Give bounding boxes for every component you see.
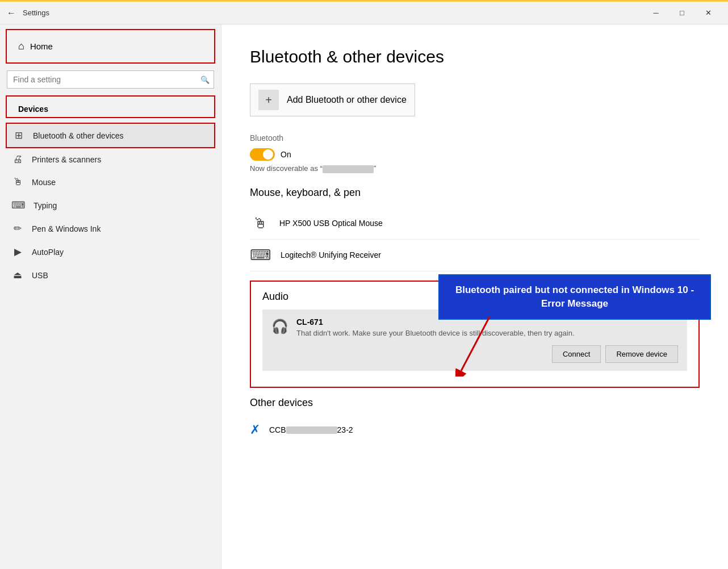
maximize-button[interactable]: □ — [669, 2, 695, 24]
sidebar-item-printers[interactable]: 🖨 Printers & scanners — [0, 148, 221, 171]
titlebar: ← Settings ─ □ ✕ — [0, 2, 728, 24]
remove-device-button[interactable]: Remove device — [605, 345, 678, 363]
mouse-label: Mouse — [32, 178, 56, 187]
bluetooth-toggle[interactable] — [250, 148, 275, 161]
mouse-device-icon: 🖱 — [250, 215, 270, 232]
window-controls: ─ □ ✕ — [643, 2, 721, 24]
other-device-item: ✗ CCB 23-2 — [250, 416, 700, 444]
sidebar-item-autoplay[interactable]: ▶ AutoPlay — [0, 240, 221, 263]
toggle-label: On — [281, 150, 291, 159]
printers-label: Printers & scanners — [32, 155, 101, 164]
receiver-device-icon: ⌨ — [250, 246, 271, 264]
typing-label: Typing — [34, 201, 57, 210]
add-icon: + — [258, 90, 279, 110]
headset-icon: 🎧 — [271, 319, 288, 334]
page-title: Bluetooth & other devices — [250, 47, 700, 66]
other-device-name: CCB 23-2 — [269, 425, 353, 434]
callout-arrow — [455, 314, 569, 376]
other-devices-title: Other devices — [250, 397, 700, 409]
discoverable-text: Now discoverable as “ ” — [250, 164, 700, 173]
bluetooth-icon: ✗ — [250, 422, 260, 437]
devices-section-label: Devices — [6, 95, 215, 118]
close-button[interactable]: ✕ — [695, 2, 721, 24]
sidebar-nav: ⊞ Bluetooth & other devices 🖨 Printers &… — [0, 123, 221, 287]
bluetooth-toggle-row: On — [250, 148, 700, 161]
sidebar-item-bluetooth[interactable]: ⊞ Bluetooth & other devices — [6, 123, 215, 148]
mouse-device-item: 🖱 HP X500 USB Optical Mouse — [250, 208, 700, 240]
mouse-device-name: HP X500 USB Optical Mouse — [279, 219, 383, 228]
titlebar-title: Settings — [23, 9, 49, 17]
sidebar-item-mouse[interactable]: 🖱 Mouse — [0, 171, 221, 194]
bluetooth-section-label: Bluetooth — [250, 133, 700, 143]
content-area: Bluetooth & other devices + Add Bluetoot… — [221, 24, 728, 569]
add-device-button[interactable]: + Add Bluetooth or other device — [250, 83, 415, 116]
toggle-knob — [263, 149, 273, 160]
autoplay-icon: ▶ — [11, 246, 24, 258]
sidebar: ⌂ Home 🔍 Devices ⊞ Bluetooth & other dev… — [0, 24, 221, 569]
sidebar-item-typing[interactable]: ⌨ Typing — [0, 194, 221, 217]
printers-icon: 🖨 — [11, 154, 24, 165]
callout-wrapper: Bluetooth paired but not connected in Wi… — [438, 274, 711, 320]
home-nav-item[interactable]: ⌂ Home — [6, 29, 215, 64]
device-name-blurred — [323, 165, 374, 173]
back-button[interactable]: ← — [7, 8, 16, 18]
minimize-button[interactable]: ─ — [643, 2, 669, 24]
typing-icon: ⌨ — [11, 199, 26, 211]
pen-icon: ✏ — [11, 223, 24, 235]
sidebar-item-usb[interactable]: ⏏ USB — [0, 263, 221, 287]
pen-label: Pen & Windows Ink — [32, 224, 101, 233]
receiver-device-item: ⌨ Logitech® Unifying Receiver — [250, 240, 700, 271]
search-input[interactable] — [7, 70, 214, 89]
receiver-device-name: Logitech® Unifying Receiver — [281, 250, 381, 260]
sidebar-item-pen[interactable]: ✏ Pen & Windows Ink — [0, 217, 221, 240]
bluetooth-nav-label: Bluetooth & other devices — [33, 131, 124, 140]
search-icon: 🔍 — [200, 76, 210, 84]
home-label: Home — [30, 41, 53, 51]
autoplay-label: AutoPlay — [32, 248, 64, 257]
usb-label: USB — [32, 271, 48, 280]
mouse-section-title: Mouse, keyboard, & pen — [250, 187, 700, 199]
home-icon: ⌂ — [18, 40, 24, 52]
callout-box: Bluetooth paired but not connected in Wi… — [438, 274, 711, 320]
svg-line-1 — [461, 317, 489, 371]
search-container: 🔍 — [7, 70, 214, 89]
usb-icon: ⏏ — [11, 269, 24, 281]
bluetooth-nav-icon: ⊞ — [12, 129, 25, 141]
add-device-label: Add Bluetooth or other device — [287, 95, 407, 105]
mouse-nav-icon: 🖱 — [11, 177, 24, 188]
